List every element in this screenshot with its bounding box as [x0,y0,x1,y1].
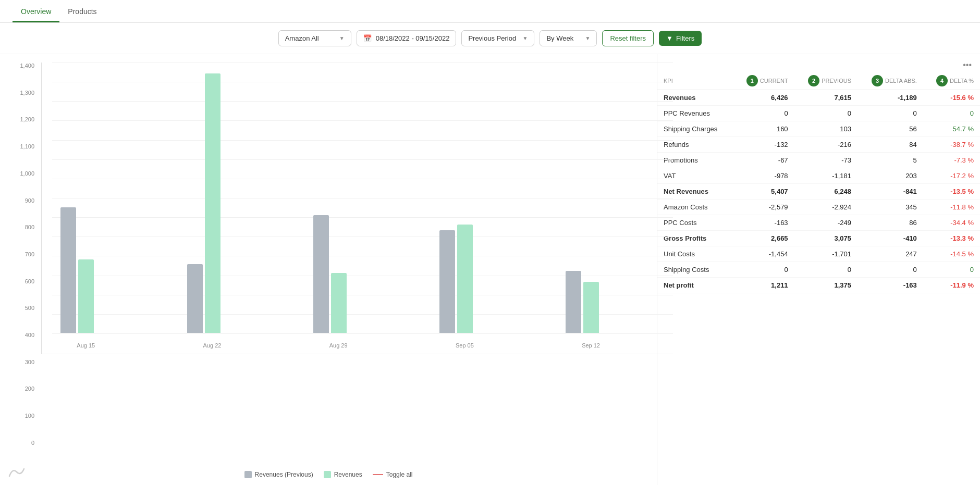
chart-section: 1,400 1,300 1,200 1,100 1,000 900 800 70… [0,54,657,485]
y-label-200: 200 [25,385,34,392]
marketplace-dropdown[interactable]: Amazon All ▼ [278,30,351,46]
kpi-previous: 103 [794,121,858,137]
kpi-delta-abs: 84 [858,137,923,153]
y-label-700: 700 [25,251,34,257]
x-label: Aug 15 [77,342,95,349]
x-label: Sep 05 [456,342,474,349]
y-label-1400: 1,400 [20,63,34,69]
y-label-100: 100 [25,413,34,419]
kpi-previous: -1,181 [794,168,858,184]
main-content: 1,400 1,300 1,200 1,100 1,000 900 800 70… [0,54,980,485]
table-row: PPC Costs -163 -249 86 -34.4 % [657,215,980,231]
kpi-current: 6,426 [733,90,794,106]
date-range-button[interactable]: 📅 08/18/2022 - 09/15/2022 [357,30,457,46]
logo-icon [8,467,25,477]
bar-previous [439,230,455,333]
col-num-2: 2 [808,75,819,86]
kpi-delta-pct: -7.3 % [923,153,980,168]
table-row: Net Revenues 5,407 6,248 -841 -13.5 % [657,184,980,200]
x-label: Aug 29 [329,342,348,349]
more-dots-button[interactable]: ••• [657,58,980,72]
y-label-400: 400 [25,332,34,338]
kpi-previous: 7,615 [794,90,858,106]
y-label-1100: 1,100 [20,143,34,150]
filters-label: Filters [676,34,694,42]
kpi-current: 0 [733,262,794,278]
kpi-previous: -216 [794,137,858,153]
legend-toggle-label: Toggle all [386,471,413,478]
kpi-previous: 1,375 [794,278,858,293]
bar-group [187,73,220,333]
kpi-current: 1,211 [733,278,794,293]
bar-current [331,273,347,333]
tab-overview[interactable]: Overview [13,1,59,22]
kpi-delta-abs: 5 [858,153,923,168]
table-row: Shipping Charges 160 103 56 54.7 % [657,121,980,137]
kpi-table: KPI 1 CURRENT 2 PREVIOUS [657,72,980,293]
kpi-current: -163 [733,215,794,231]
kpi-previous: -249 [794,215,858,231]
kpi-previous: 0 [794,106,858,121]
grid-line [52,179,673,179]
kpi-delta-pct: -13.5 % [923,184,980,200]
bar-previous [566,271,581,333]
legend-toggle[interactable]: Toggle all [373,471,413,478]
grid-line [52,217,673,218]
table-row: Refunds -132 -216 84 -38.7 % [657,137,980,153]
kpi-delta-pct: -15.6 % [923,90,980,106]
granularity-dropdown[interactable]: By Week ▼ [540,30,597,46]
kpi-delta-abs: 203 [858,168,923,184]
kpi-previous: 0 [794,262,858,278]
kpi-delta-pct: -13.3 % [923,231,980,246]
toolbar: Amazon All ▼ 📅 08/18/2022 - 09/15/2022 P… [0,23,980,54]
kpi-delta-abs: 0 [858,106,923,121]
legend-previous-label: Revenues (Previous) [255,471,313,478]
kpi-delta-pct: -34.4 % [923,215,980,231]
bar-group [566,271,599,333]
grid-line [52,256,673,256]
chart-canvas: Aug 15Aug 22Aug 29Sep 05Sep 12 [41,63,673,354]
chart-area: 1,400 1,300 1,200 1,100 1,000 900 800 70… [13,63,644,467]
col-num-3: 3 [872,75,883,86]
kpi-previous: 6,248 [794,184,858,200]
kpi-current: 2,665 [733,231,794,246]
filter-icon: ▼ [666,34,673,42]
kpi-delta-abs: -1,189 [858,90,923,106]
kpi-current: -1,454 [733,246,794,262]
bar-previous [60,207,76,333]
kpi-delta-abs: 345 [858,200,923,215]
kpi-delta-pct: -11.8 % [923,200,980,215]
tab-products[interactable]: Products [59,1,105,22]
reset-filters-button[interactable]: Reset filters [602,30,654,46]
kpi-current: -2,579 [733,200,794,215]
calendar-icon: 📅 [363,34,372,42]
comparison-dropdown[interactable]: Previous Period ▼ [461,30,534,46]
top-nav: Overview Products [0,0,980,23]
table-row: Net profit 1,211 1,375 -163 -11.9 % [657,278,980,293]
grid-line [52,333,673,334]
kpi-delta-abs: -841 [858,184,923,200]
filters-button[interactable]: ▼ Filters [659,31,702,46]
y-label-800: 800 [25,224,34,230]
grid-line [52,82,673,82]
kpi-delta-pct: -38.7 % [923,137,980,153]
table-row: Revenues 6,426 7,615 -1,189 -15.6 % [657,90,980,106]
table-row: Shipping Costs 0 0 0 0 [657,262,980,278]
legend-current-label: Revenues [334,471,362,478]
bar-current [583,282,599,333]
kpi-current: 0 [733,106,794,121]
chevron-down-icon: ▼ [339,35,345,41]
legend-previous-swatch [244,471,252,478]
kpi-delta-abs: 56 [858,121,923,137]
chart-legend: Revenues (Previous) Revenues Toggle all [13,471,644,478]
y-axis: 1,400 1,300 1,200 1,100 1,000 900 800 70… [13,63,39,446]
bar-group [439,225,473,333]
bar-group [60,207,94,333]
col-header-previous: 2 PREVIOUS [794,72,858,90]
kpi-delta-pct: -17.2 % [923,168,980,184]
kpi-delta-pct: 54.7 % [923,121,980,137]
bar-group [313,215,347,333]
kpi-delta-pct: -14.5 % [923,246,980,262]
kpi-current: 160 [733,121,794,137]
col-num-4: 4 [936,75,948,86]
